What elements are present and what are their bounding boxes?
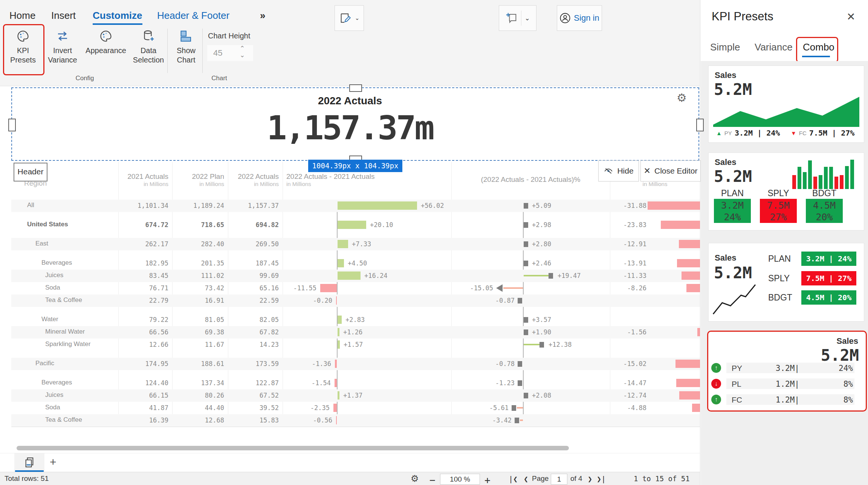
kpi-preset-card-columns[interactable]: Sales 5.2M PLAN SPLY BDGT 3.2M 24% 7.5M … — [708, 153, 864, 230]
chevron-down-icon: ⌄ — [355, 15, 360, 21]
table-row[interactable]: Tea & Coffee16.3912.6815.83-0.56-3.42 — [11, 414, 700, 427]
row-label: Juices — [45, 271, 63, 279]
add-comment-button[interactable]: ⌄ — [499, 5, 536, 31]
kpi-list-row-py: ↑ PY 3.2M| 24% — [726, 363, 854, 373]
kpi-name: Sales — [715, 70, 737, 80]
first-page-button[interactable]: |❮ — [509, 474, 518, 483]
last-page-button[interactable]: ❯| — [597, 474, 606, 483]
resize-handle-top[interactable] — [349, 84, 362, 92]
resize-handle-left[interactable] — [8, 119, 16, 131]
column-header-variance-pct[interactable]: (2022 Actuals - 2021 Actuals)% — [451, 175, 610, 184]
table-row[interactable]: Water79.2281.0582.05+2.83+3.57 — [11, 314, 700, 326]
horizontal-scrollbar[interactable] — [17, 446, 569, 450]
variance-pct-label: -5.61 — [452, 404, 509, 412]
column-header-2022-plan[interactable]: 2022 Plan in Millions — [172, 172, 224, 187]
tab-customize[interactable]: Customize — [93, 10, 142, 21]
kpi-preset-card-line[interactable]: Sales 5.2M PLAN SPLY BDGT 3.2M | 24% 7.5… — [708, 243, 864, 322]
cell-2022-actuals: 39.52 — [228, 404, 279, 412]
kpi-pill-plan: 3.2M | 24% — [801, 252, 856, 266]
variance-pct-line — [524, 344, 539, 345]
cell-2022-actuals: 173.59 — [228, 360, 279, 368]
kpi-presets-label-1: KPI — [17, 46, 29, 55]
kpi-col-label-sply: SPLY — [760, 188, 797, 198]
next-page-button[interactable]: ❯ — [588, 474, 592, 483]
column-title: 2021 Actuals — [118, 172, 168, 181]
table-row[interactable]: All1,101.341,189.241,157.37+56.02+5.09-3… — [11, 200, 700, 212]
panel-close-icon[interactable]: ✕ — [847, 11, 855, 23]
plan-variance-bar — [679, 391, 700, 400]
variance-pct-marker — [524, 393, 528, 398]
appearance-button[interactable]: Appearance — [82, 29, 130, 55]
zoom-in-button[interactable]: + — [484, 474, 491, 485]
group-label-config: Config — [0, 75, 170, 82]
tab-insert[interactable]: Insert — [51, 10, 76, 21]
close-editor-button[interactable]: ✕ Close Editor — [640, 160, 701, 181]
kpi-preset-card-area[interactable]: Sales 5.2M ▲ PY 3.2M | 24% ▼ FC 7.5M | 2… — [708, 66, 864, 143]
table-row[interactable]: Tea & Coffee22.7916.9122.59-0.20-0.87 — [11, 294, 700, 307]
chart-height-stepper[interactable]: 45 ⌃ ⌄ — [207, 45, 253, 61]
zoom-out-button[interactable]: − — [429, 474, 436, 485]
comment-plus-icon — [505, 12, 518, 24]
zoom-level-input[interactable]: 100 % — [440, 474, 480, 485]
kpi-row-value: 1.2M| — [776, 380, 799, 389]
header-chip[interactable]: Header — [14, 163, 47, 181]
resize-handle-right[interactable] — [696, 119, 704, 131]
variance-label: +16.24 — [364, 272, 387, 279]
stepper-down-icon[interactable]: ⌄ — [240, 51, 245, 59]
close-icon: ✕ — [644, 166, 651, 176]
cell-2022-plan: 11.67 — [172, 341, 224, 348]
gear-icon[interactable]: ⚙ — [677, 91, 687, 104]
variance-bar — [338, 328, 339, 336]
kpi-presets-button[interactable]: KPI Presets — [5, 29, 41, 65]
show-chart-button[interactable]: Show Chart — [170, 29, 202, 65]
variance-bar — [320, 284, 337, 292]
table-row[interactable]: Beverages182.95201.35187.45+4.50+2.46-13… — [11, 257, 700, 270]
table-row[interactable]: Sparkling Water12.6611.6714.23+1.57+12.3… — [11, 339, 700, 351]
ribbon-overflow-icon[interactable]: » — [260, 10, 265, 21]
chart-height-value[interactable]: 45 — [213, 48, 222, 58]
kpi-preset-card-list[interactable]: Sales 5.2M ↑ PY 3.2M| 24% ↓ PL 1.2M| 8% … — [707, 331, 867, 412]
data-selection-button[interactable]: Data Selection — [130, 29, 167, 65]
column-header-2022-actuals[interactable]: 2022 Actuals in Millions — [228, 172, 279, 187]
chevron-down-icon[interactable]: ⌄ — [524, 14, 530, 22]
edit-mode-button[interactable]: ⌄ — [335, 5, 364, 31]
chart-big-number: 1,157.37m — [0, 108, 700, 147]
panel-tab-simple[interactable]: Simple — [710, 41, 740, 53]
table-row[interactable]: Mineral Water66.5669.3867.82+1.26+1.90-1… — [11, 326, 700, 339]
tab-home[interactable]: Home — [9, 10, 35, 21]
invert-variance-button[interactable]: Invert Variance — [44, 29, 81, 65]
status-bar: Total rows: 51 ⚙ − 100 % + |❮ ❮ Page 1 o… — [0, 472, 700, 485]
table-row[interactable]: Juices66.1580.2667.52+1.37+2.08-12.74 — [11, 389, 700, 402]
tab-header-footer[interactable]: Header & Footer — [157, 10, 229, 21]
kpi-box-sply: 7.5M 27% — [760, 199, 797, 223]
cell-2021-actuals: 66.56 — [118, 328, 168, 336]
variance-label: -0.20 — [276, 297, 332, 304]
settings-gear-icon[interactable]: ⚙ — [411, 473, 419, 484]
cell-2021-actuals: 174.95 — [118, 360, 168, 368]
panel-tab-combo[interactable]: Combo — [803, 41, 834, 53]
table-row[interactable]: Beverages124.40137.34122.87-1.54-1.23-14… — [11, 377, 700, 389]
sign-in-button[interactable]: Sign in — [557, 5, 602, 31]
column-header-2021-actuals[interactable]: 2021 Actuals in Millions — [118, 172, 168, 187]
variance-label: +1.57 — [344, 341, 363, 348]
hide-button[interactable]: Hide — [598, 160, 639, 181]
line-chart — [711, 281, 758, 317]
variance-pct-marker — [524, 203, 528, 209]
cell-2021-actuals: 79.22 — [118, 316, 168, 323]
table-row[interactable]: Pacific174.95188.61173.59-1.36-0.78-15.0… — [11, 358, 700, 370]
panel-title: KPI Presets — [712, 10, 773, 23]
column-header-variance[interactable]: 2022 Actuals - 2021 Actuals in Millions — [286, 172, 452, 187]
table-row[interactable]: Juices83.45111.0299.69+16.24+19.47-11.33 — [11, 270, 700, 282]
kpi-pill-sply: 7.5M | 27% — [801, 271, 856, 285]
page-number-input[interactable]: 1 — [551, 474, 567, 485]
table-row[interactable]: East262.17282.40269.50+7.33+2.80-12.91 — [11, 238, 700, 250]
table-bottom-border — [11, 427, 700, 427]
add-sheet-icon[interactable]: + — [50, 456, 57, 468]
sheet-tab-active[interactable] — [14, 453, 44, 472]
table-row[interactable]: Soda41.8744.4039.52-2.35-5.61-4.88 — [11, 402, 700, 414]
table-row[interactable]: Soda76.7173.4265.16-11.55-15.05-8.26 — [11, 282, 700, 294]
panel-tab-variance[interactable]: Variance — [755, 41, 793, 53]
table-row[interactable]: United States674.72718.65694.82+20.10+2.… — [11, 219, 700, 231]
variance-pct-marker — [524, 261, 528, 266]
prev-page-button[interactable]: ❮ — [524, 474, 528, 483]
